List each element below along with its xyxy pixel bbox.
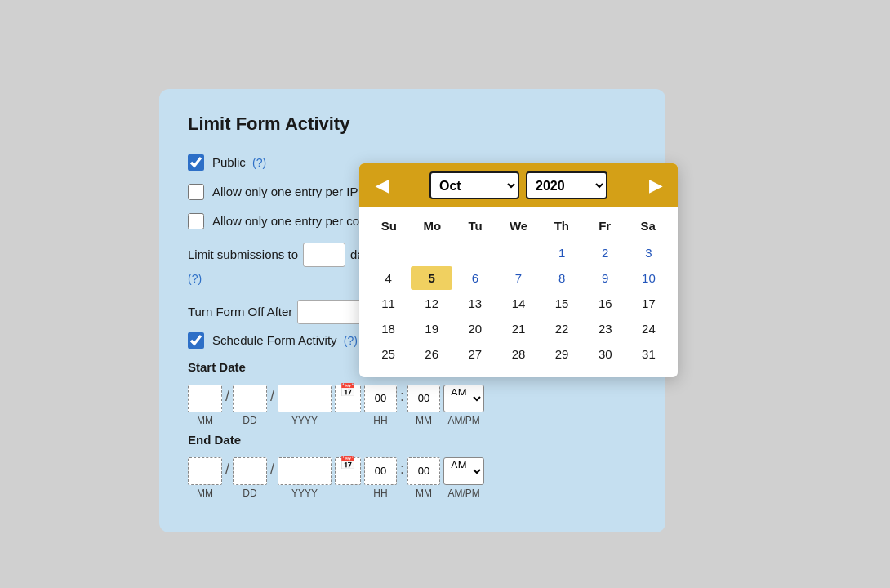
calendar-grid: Su Mo Tu We Th Fr Sa 1234567891011121314… <box>359 207 678 377</box>
calendar-prev-button[interactable]: ◀ <box>371 174 393 197</box>
end-dd-input[interactable] <box>233 457 267 485</box>
turn-off-label: Turn Form Off After <box>188 305 292 318</box>
one-per-computer-checkbox[interactable] <box>188 213 204 229</box>
one-per-ip-label: Allow only one entry per IP (?) <box>212 185 378 198</box>
calendar-day-cell[interactable]: 8 <box>541 266 583 290</box>
calendar-day-cell[interactable]: 22 <box>541 317 583 341</box>
calendar-day-cell[interactable]: 4 <box>367 266 409 290</box>
start-mm-input[interactable] <box>188 385 222 412</box>
end-cal-icon-group: 📅 . <box>335 457 361 499</box>
calendar-day-cell[interactable]: 20 <box>454 317 496 341</box>
calendar-cells: 1234567891011121314151617181920212223242… <box>367 241 670 366</box>
end-min-group: MM <box>407 457 440 499</box>
start-min-group: MM <box>407 385 440 426</box>
calendar-day-cell[interactable]: 16 <box>585 292 626 315</box>
calendar-selects: JanFebMar AprMayJun JulAugSep OctNovDec … <box>399 172 638 199</box>
calendar-day-cell[interactable]: 1 <box>541 241 583 265</box>
calendar-day-cell <box>454 241 496 265</box>
calendar-day-cell[interactable]: 30 <box>585 342 626 366</box>
calendar-day-cell[interactable]: 17 <box>628 292 670 315</box>
calendar-day-cell[interactable]: 23 <box>585 317 626 341</box>
end-mm-group: MM <box>188 457 222 499</box>
start-min-input[interactable] <box>407 385 440 412</box>
limit-submissions-label: Limit submissions to <box>188 247 298 261</box>
end-ampm-group: AM PM AM/PM <box>443 457 484 499</box>
start-yyyy-input[interactable] <box>278 385 332 412</box>
end-yyyy-group: YYYY <box>278 457 332 499</box>
public-help[interactable]: (?) <box>252 156 266 169</box>
end-mm-input[interactable] <box>188 457 222 485</box>
end-calendar-button[interactable]: 📅 <box>335 457 361 485</box>
end-hh-input[interactable] <box>364 457 397 485</box>
limit-submissions-help[interactable]: (?) <box>188 272 202 285</box>
end-date-row: MM / DD / YYYY 📅 . HH : MM AM PM <box>188 455 637 499</box>
start-hh-input[interactable] <box>364 385 397 412</box>
calendar-day-cell[interactable]: 29 <box>541 342 583 366</box>
start-mm-group: MM <box>188 385 222 426</box>
calendar-day-cell[interactable]: 10 <box>628 266 670 290</box>
calendar-day-cell <box>367 241 409 265</box>
calendar-month-select[interactable]: JanFebMar AprMayJun JulAugSep OctNovDec <box>429 172 519 199</box>
end-dd-group: DD <box>233 457 267 499</box>
one-per-ip-checkbox[interactable] <box>188 184 204 200</box>
schedule-checkbox[interactable] <box>188 332 204 349</box>
start-yyyy-group: YYYY <box>278 385 332 426</box>
public-checkbox[interactable] <box>188 154 204 171</box>
end-date-label: End Date <box>188 433 637 447</box>
calendar-day-cell[interactable]: 28 <box>497 342 539 366</box>
calendar-day-cell[interactable]: 3 <box>628 241 670 265</box>
calendar-day-names: Su Mo Tu We Th Fr Sa <box>367 216 670 236</box>
start-dd-group: DD <box>233 385 267 426</box>
calendar-header: ◀ JanFebMar AprMayJun JulAugSep OctNovDe… <box>359 163 678 207</box>
calendar-day-cell[interactable]: 27 <box>454 342 496 366</box>
calendar-day-cell[interactable]: 14 <box>497 292 539 315</box>
limit-submissions-input[interactable] <box>303 243 345 267</box>
schedule-help[interactable]: (?) <box>344 334 358 347</box>
calendar-year-select[interactable]: 20182019 202020212022 <box>526 172 607 199</box>
end-yyyy-input[interactable] <box>278 457 332 485</box>
calendar-day-cell[interactable]: 6 <box>454 266 496 290</box>
calendar-day-cell <box>411 241 452 265</box>
calendar-day-cell <box>497 241 539 265</box>
calendar-day-cell[interactable]: 7 <box>497 266 539 290</box>
calendar-popup: ◀ JanFebMar AprMayJun JulAugSep OctNovDe… <box>359 163 678 377</box>
start-ampm-select[interactable]: AM PM <box>443 385 484 412</box>
calendar-day-cell[interactable]: 13 <box>454 292 496 315</box>
calendar-day-cell[interactable]: 19 <box>411 317 452 341</box>
calendar-day-cell[interactable]: 18 <box>367 317 409 341</box>
calendar-next-button[interactable]: ▶ <box>644 174 666 197</box>
start-hh-group: HH <box>364 385 397 426</box>
start-dd-input[interactable] <box>233 385 267 412</box>
end-ampm-select[interactable]: AM PM <box>443 457 484 485</box>
calendar-day-cell[interactable]: 31 <box>628 342 670 366</box>
calendar-day-cell[interactable]: 9 <box>585 266 626 290</box>
start-ampm-group: AM PM AM/PM <box>443 385 484 426</box>
calendar-day-cell[interactable]: 25 <box>367 342 409 366</box>
calendar-day-cell[interactable]: 11 <box>367 292 409 315</box>
calendar-day-cell[interactable]: 12 <box>411 292 452 315</box>
schedule-label: Schedule Form Activity (?) <box>212 333 358 347</box>
end-hh-group: HH <box>364 457 397 499</box>
start-cal-icon-group: 📅 . <box>335 385 361 426</box>
calendar-day-cell[interactable]: 26 <box>411 342 452 366</box>
calendar-day-cell[interactable]: 2 <box>585 241 626 265</box>
public-label: Public (?) <box>212 155 266 169</box>
calendar-day-cell[interactable]: 24 <box>628 317 670 341</box>
start-calendar-button[interactable]: 📅 <box>335 385 361 412</box>
calendar-day-cell[interactable]: 15 <box>541 292 583 315</box>
start-date-row: MM / DD / YYYY 📅 . HH : MM AM PM <box>188 382 637 426</box>
calendar-day-cell[interactable]: 5 <box>411 266 452 290</box>
calendar-day-cell[interactable]: 21 <box>497 317 539 341</box>
end-min-input[interactable] <box>407 457 440 485</box>
panel-title: Limit Form Activity <box>188 114 637 135</box>
